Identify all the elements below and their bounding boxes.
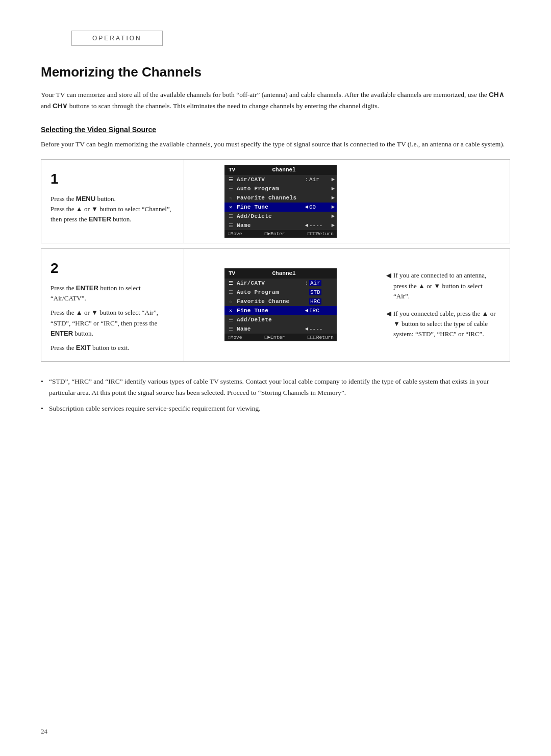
step-2-tv-label: TV (229, 270, 235, 276)
step-2-name-adddelete: Add/Delete (236, 317, 304, 323)
step-2-menu-row-auto: ☰ Auto Program STD (224, 288, 337, 297)
step-1-icon-fav: ☆ (226, 195, 236, 201)
step-1-name-finetune: Fine Tune (236, 204, 304, 210)
step-1-menu-header: TV Channel (224, 165, 337, 175)
step-2-menu-footer: ↕Move □►Enter □□□Return (224, 334, 337, 341)
step-1-footer-enter: □►Enter (265, 231, 285, 237)
step-1-icon-aircatv: ☰ (226, 177, 236, 183)
step-2-menu-row-finetune: ✕ Fine Tune ◄ IRC (224, 306, 337, 315)
step-2-note-1-arrow: ◀ (386, 270, 391, 281)
step-2-val-auto-highlight: STD (309, 289, 321, 295)
step-2-note-2: ◀ If you connected cable, press the ▲ or… (386, 309, 500, 339)
step-1-menu-row-fav: ☆ Favorite Channels ► (224, 193, 337, 203)
step-2-name-auto: Auto Program (236, 289, 304, 295)
step-2-footer-enter: □►Enter (265, 335, 285, 340)
step-1-tv-label: TV (229, 167, 235, 173)
step-2-icon-auto: ☰ (226, 289, 236, 295)
step-2-icon-adddelete: ☰ (226, 317, 236, 323)
header-label: Operation (92, 35, 142, 42)
step-2-name-aircatv: Air/CATV (236, 280, 304, 286)
step-1-middle: TV Channel ☰ Air/CATV : Air ► ☰ (184, 160, 377, 243)
step-2-icon-fav: ☆ (226, 298, 236, 305)
section-heading: Selecting the Video Signal Source (41, 125, 510, 134)
step-1-number: 1 (51, 168, 174, 190)
step-1-icon-auto: ☰ (226, 186, 236, 192)
step-2-middle: TV Channel ☰ Air/CATV : Air ☰ (184, 249, 377, 361)
step-2-note-2-text: If you connected cable, press the ▲ or ▼… (393, 309, 500, 339)
bullet-2: Subscription cable services require serv… (41, 403, 510, 414)
step-1-menu-body: ☰ Air/CATV : Air ► ☰ Auto Program ► (224, 175, 337, 230)
step-2-note-2-arrow: ◀ (386, 309, 391, 319)
step-2-note-1: ◀ If you are connected to an antenna, pr… (386, 270, 500, 301)
step-1-left: 1 Press the MENU button. Press the ▲ or … (41, 160, 184, 243)
steps-container: 1 Press the MENU button. Press the ▲ or … (41, 159, 510, 362)
step-2-footer-move: ↕Move (228, 335, 242, 340)
step-2-tv-menu: TV Channel ☰ Air/CATV : Air ☰ (224, 268, 337, 341)
step-2-icon-name: ☰ (226, 326, 236, 332)
step-2-icon-aircatv: ☰ (226, 280, 236, 286)
step-2-footer-return: □□□Return (308, 335, 334, 340)
step-2-menu-body: ☰ Air/CATV : Air ☰ Auto Program STD (224, 279, 337, 334)
step-2-menu-header: TV Channel (224, 268, 337, 279)
step-1-menu-row-name: ☰ Name ◄ ---- ► (224, 221, 337, 230)
step-2-name-fav: Favorite Channe (236, 298, 304, 305)
step-2-menu-row-adddelete: ☰ Add/Delete (224, 315, 337, 324)
step-1-name-adddelete: Add/Delete (236, 213, 304, 219)
step-1-menu-row-auto: ☰ Auto Program ► (224, 184, 337, 193)
step-1-instruction-2: Press the ▲ or ▼ button to select “Chann… (51, 204, 174, 224)
step-1-footer-return: □□□Return (308, 231, 334, 237)
step-1-icon-adddelete: ☰ (226, 213, 236, 219)
step-1-right (377, 160, 510, 243)
step-1-menu-row-finetune: ✕ Fine Tune ◄ 00 ► (224, 203, 337, 212)
step-2-note-1-text: If you are connected to an antenna, pres… (393, 270, 500, 301)
step-2-number: 2 (51, 257, 174, 279)
intro-text: Your TV can memorize and store all of th… (41, 89, 510, 111)
step-1-icon-finetune: ✕ (226, 204, 236, 210)
bullet-1: “STD”, “HRC” and “IRC” identify various … (41, 376, 510, 398)
step-2-right: ◀ If you are connected to an antenna, pr… (377, 249, 510, 361)
step-1-icon-name: ☰ (226, 222, 236, 229)
step-2-val-aircatv-highlight: Air (309, 280, 321, 286)
step-1-name-name: Name (236, 222, 304, 229)
step-2-name-finetune: Fine Tune (236, 308, 304, 314)
step-1-instruction-1: Press the MENU button. (51, 194, 174, 204)
step-2-instruction-2: Press the ▲ or ▼ button to select “Air”,… (51, 308, 174, 338)
step-1-tv-menu: TV Channel ☰ Air/CATV : Air ► ☰ (224, 165, 337, 238)
step-2-name-name: Name (236, 326, 304, 332)
step-1-menu-row-adddelete: ☰ Add/Delete ► (224, 212, 337, 221)
step-1-channel-label: Channel (235, 167, 333, 173)
step-2-menu-row-aircatv: ☰ Air/CATV : Air (224, 279, 337, 288)
step-2-left: 2 Press the ENTER button to select “Air/… (41, 249, 184, 361)
page-number: 24 (41, 727, 47, 736)
step-2-instruction-3: Press the EXIT button to exit. (51, 343, 174, 353)
step-2-menu-row-fav: ☆ Favorite Channe HRC (224, 297, 337, 306)
step-1-name-aircatv: Air/CATV (236, 177, 304, 183)
step-2-val-fav-highlight: HRC (309, 298, 321, 305)
step-1-name-auto: Auto Program (236, 186, 304, 192)
step-1-menu-footer: ↕Move □►Enter □□□Return (224, 230, 337, 238)
step-1-footer-move: ↕Move (228, 231, 242, 237)
page: Operation Memorizing the Channels Your T… (0, 0, 551, 756)
bullet-list: “STD”, “HRC” and “IRC” identify various … (41, 376, 510, 414)
step-2-row: 2 Press the ENTER button to select “Air/… (41, 248, 510, 362)
step-1-name-fav: Favorite Channels (236, 195, 304, 201)
step-1-menu-row-aircatv: ☰ Air/CATV : Air ► (224, 175, 337, 184)
step-2-instruction-1: Press the ENTER button to select “Air/CA… (51, 283, 174, 304)
header-box: Operation (71, 31, 163, 46)
section-intro: Before your TV can begin memorizing the … (41, 139, 510, 150)
step-2-icon-finetune: ✕ (226, 308, 236, 314)
step-2-channel-label: Channel (235, 270, 333, 276)
page-title: Memorizing the Channels (41, 64, 510, 80)
step-2-menu-row-name: ☰ Name ◄ ---- (224, 324, 337, 334)
step-1-row: 1 Press the MENU button. Press the ▲ or … (41, 159, 510, 243)
